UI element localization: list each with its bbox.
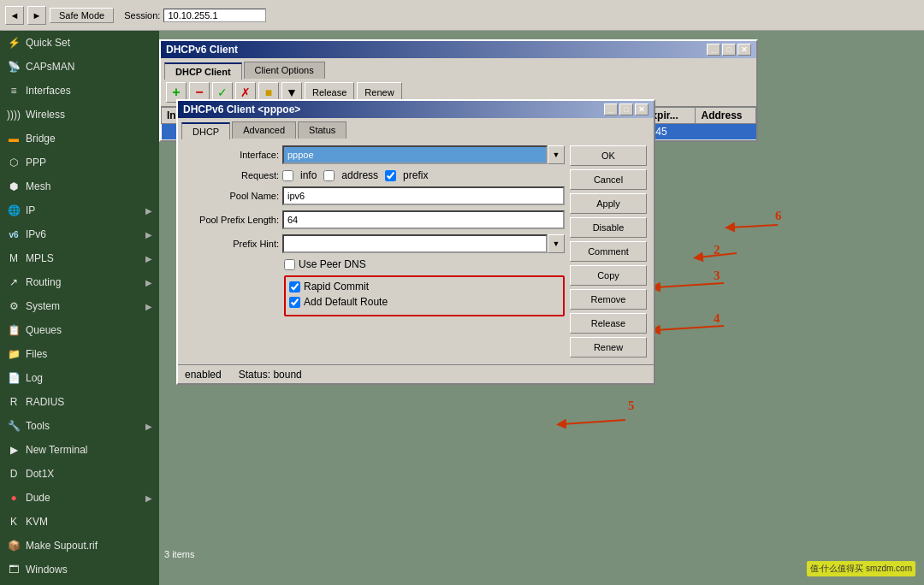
prefix-hint-row: Prefix Hint: ▼: [185, 234, 565, 253]
sidebar-item-windows[interactable]: 🗔 Windows: [0, 558, 159, 582]
pool-prefix-length-input[interactable]: [282, 210, 565, 229]
comment-button[interactable]: Comment: [570, 241, 647, 262]
sidebar-item-make-supout[interactable]: 📦 Make Supout.rif: [0, 534, 159, 558]
inner-maximize-button[interactable]: □: [619, 103, 633, 115]
sidebar: ⚡ Quick Set 📡 CAPsMAN ≡ Interfaces )))) …: [0, 31, 159, 585]
files-icon: 📁: [7, 347, 21, 361]
pool-prefix-length-label: Pool Prefix Length:: [185, 215, 279, 225]
sidebar-label-files: Files: [26, 348, 47, 360]
sidebar-label-capsman: CAPsMAN: [26, 61, 74, 73]
sidebar-item-log[interactable]: 📄 Log: [0, 366, 159, 390]
sidebar-item-dot1x[interactable]: D Dot1X: [0, 462, 159, 486]
tab-client-options[interactable]: Client Options: [244, 62, 325, 79]
col-address: Address: [696, 108, 756, 124]
copy-button[interactable]: Copy: [570, 265, 647, 286]
interface-dropdown-btn[interactable]: ▼: [548, 145, 565, 164]
prefix-hint-input[interactable]: [282, 234, 548, 253]
sidebar-item-tools[interactable]: 🔧 Tools ▶: [0, 414, 159, 438]
watermark: 值·什么值得买 smzdm.com: [807, 561, 915, 576]
sidebar-item-kvm[interactable]: K KVM: [0, 510, 159, 534]
inner-close-button[interactable]: ✕: [635, 103, 649, 115]
dhcpv6-inner-dialog: DHCPv6 Client <pppoe> _ □ ✕ DHCP Advance…: [176, 99, 655, 385]
mpls-arrow: ▶: [145, 254, 152, 263]
ip-arrow: ▶: [145, 206, 152, 216]
use-peer-dns-label: Use Peer DNS: [299, 258, 366, 270]
info-checkbox[interactable]: [282, 170, 293, 181]
sidebar-item-wireless[interactable]: )))) Wireless: [0, 103, 159, 127]
sidebar-item-radius[interactable]: R RADIUS: [0, 390, 159, 414]
release-dialog-button[interactable]: Release: [570, 313, 647, 334]
dude-icon: ●: [7, 491, 21, 505]
sidebar-item-new-terminal[interactable]: ▶ New Terminal: [0, 438, 159, 462]
safe-mode-button[interactable]: Safe Mode: [50, 8, 114, 23]
sidebar-item-dude[interactable]: ● Dude ▶: [0, 486, 159, 510]
sidebar-label-routing: Routing: [26, 276, 61, 288]
routing-arrow: ▶: [145, 278, 152, 287]
top-toolbar: ◄ ► Safe Mode Session:: [0, 0, 924, 31]
inner-dialog-titlebar: DHCPv6 Client <pppoe> _ □ ✕: [178, 101, 654, 118]
rapid-commit-row: Rapid Commit: [289, 281, 560, 292]
sidebar-label-dot1x: Dot1X: [26, 468, 54, 480]
address-checkbox[interactable]: [323, 170, 335, 181]
add-default-route-checkbox[interactable]: [289, 297, 300, 308]
apply-button[interactable]: Apply: [570, 193, 647, 214]
dialog-tab-dhcp[interactable]: DHCP: [181, 122, 230, 139]
cancel-button[interactable]: Cancel: [570, 169, 647, 190]
interface-input[interactable]: [282, 145, 548, 164]
disable-button[interactable]: Disable: [570, 217, 647, 238]
sidebar-item-capsman[interactable]: 📡 CAPsMAN: [0, 55, 159, 79]
content-area: DHCPv6 Client _ □ ✕ DHCP Client Client O…: [159, 31, 924, 585]
forward-button[interactable]: ►: [27, 6, 46, 25]
add-default-route-row: Add Default Route: [289, 296, 560, 308]
dialog-buttons: OK Cancel Apply Disable Comment Copy Rem…: [570, 145, 647, 358]
remove-dialog-button[interactable]: Remove: [570, 289, 647, 310]
pool-name-input[interactable]: [282, 186, 565, 205]
minimize-button[interactable]: _: [707, 44, 720, 56]
session-input[interactable]: [163, 9, 266, 22]
prefix-hint-group: ▼: [282, 234, 565, 253]
sidebar-label-ip: IP: [26, 204, 35, 216]
sidebar-item-quick-set[interactable]: ⚡ Quick Set: [0, 31, 159, 55]
sidebar-item-ppp[interactable]: ⬡ PPP: [0, 151, 159, 174]
add-default-route-label: Add Default Route: [304, 296, 388, 308]
prefix-checkbox[interactable]: [385, 170, 396, 181]
sidebar-label-log: Log: [26, 372, 43, 384]
rapid-commit-checkbox[interactable]: [289, 281, 300, 292]
interfaces-icon: ≡: [7, 84, 21, 98]
tab-dhcp-client[interactable]: DHCP Client: [164, 62, 242, 80]
dot1x-icon: D: [7, 467, 21, 481]
sidebar-item-system[interactable]: ⚙ System ▶: [0, 294, 159, 318]
sidebar-label-system: System: [26, 300, 60, 312]
pool-prefix-length-row: Pool Prefix Length:: [185, 210, 565, 229]
sidebar-item-files[interactable]: 📁 Files: [0, 342, 159, 366]
sidebar-item-interfaces[interactable]: ≡ Interfaces: [0, 79, 159, 103]
dialog-tab-advanced[interactable]: Advanced: [232, 121, 296, 139]
ok-button[interactable]: OK: [570, 145, 647, 166]
sidebar-item-bridge[interactable]: ▬ Bridge: [0, 127, 159, 151]
sidebar-item-queues[interactable]: 📋 Queues: [0, 318, 159, 342]
kvm-icon: K: [7, 515, 21, 529]
inner-minimize-button[interactable]: _: [604, 103, 618, 115]
ip-icon: 🌐: [7, 204, 21, 217]
use-peer-dns-checkbox[interactable]: [284, 259, 295, 270]
sidebar-label-radius: RADIUS: [26, 396, 64, 408]
quick-set-icon: ⚡: [7, 36, 21, 50]
maximize-button[interactable]: □: [722, 44, 736, 56]
use-peer-dns-row: Use Peer DNS: [284, 258, 565, 270]
sidebar-label-ppp: PPP: [26, 157, 46, 168]
renew-dialog-button[interactable]: Renew: [570, 337, 647, 358]
inner-status-bar: enabled Status: bound: [178, 364, 654, 383]
sidebar-item-routing[interactable]: ↗ Routing ▶: [0, 270, 159, 294]
sidebar-item-ipv6[interactable]: v6 IPv6 ▶: [0, 222, 159, 246]
status-enabled: enabled: [185, 369, 222, 381]
dialog-tab-status[interactable]: Status: [298, 121, 346, 139]
sidebar-item-ip[interactable]: 🌐 IP ▶: [0, 198, 159, 222]
bridge-icon: ▬: [7, 132, 21, 145]
close-button[interactable]: ✕: [737, 44, 751, 56]
dialog-tab-bar: DHCP Advanced Status: [178, 118, 654, 139]
prefix-hint-dropdown-btn[interactable]: ▼: [548, 234, 565, 253]
sidebar-item-mesh[interactable]: ⬢ Mesh: [0, 174, 159, 198]
back-button[interactable]: ◄: [5, 6, 24, 25]
tools-arrow: ▶: [145, 422, 152, 431]
sidebar-item-mpls[interactable]: M MPLS ▶: [0, 246, 159, 270]
